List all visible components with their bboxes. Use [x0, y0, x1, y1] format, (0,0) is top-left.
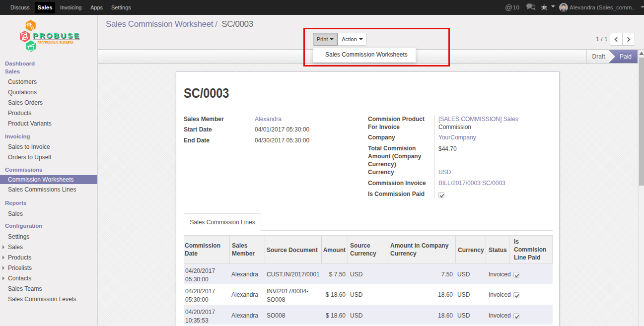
svg-text:PROFESSIONAL BUSINESS: PROFESSIONAL BUSINESS — [38, 41, 73, 45]
svg-text:PROBUSE: PROBUSE — [33, 31, 80, 40]
